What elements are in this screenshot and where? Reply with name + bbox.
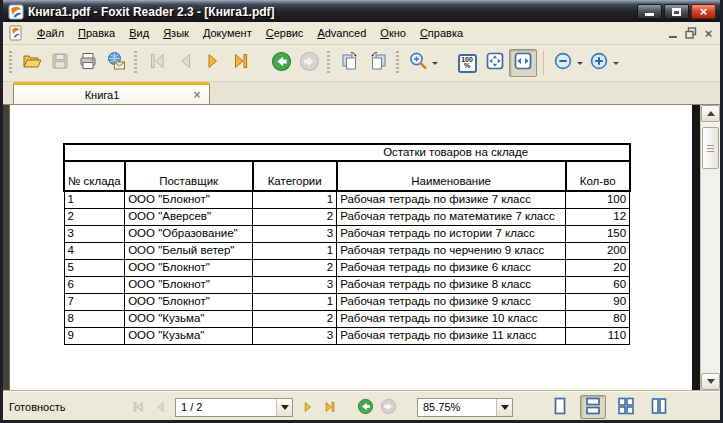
table-cell: Рабочая тетрадь по физике 11 класс — [337, 327, 566, 344]
table-cell: 5 — [64, 259, 125, 276]
table-cell: Рабочая тетрадь по физике 6 класс — [337, 259, 566, 276]
back-button[interactable] — [357, 398, 374, 417]
print-button[interactable] — [74, 49, 102, 77]
last-page-button[interactable] — [227, 49, 255, 77]
table-cell: 1 — [253, 242, 337, 259]
first-page-icon — [147, 51, 167, 75]
menu-item-language[interactable]: Язык — [156, 24, 196, 42]
tab-kniga1[interactable]: Книга1 × — [13, 82, 210, 104]
layout-continuous-button[interactable] — [580, 395, 606, 419]
page-edge-gap — [692, 105, 700, 390]
layout-facing-button[interactable] — [613, 395, 639, 419]
zoom-dropdown-button[interactable] — [496, 399, 512, 416]
table-row: 1ООО "Блокнот"1Рабочая тетрадь по физике… — [64, 191, 630, 208]
table-cell: ООО "Блокнот" — [125, 259, 253, 276]
first-page-button[interactable] — [143, 49, 171, 77]
first-page-button[interactable] — [127, 397, 149, 417]
zoom-out-button[interactable] — [550, 49, 586, 77]
title-bar: Книга1.pdf - Foxit Reader 2.3 - [Книга1.… — [3, 0, 720, 22]
go-back-button[interactable] — [267, 49, 295, 77]
forward-icon — [299, 51, 320, 76]
scrollbar-track[interactable] — [701, 122, 720, 373]
scroll-up-button[interactable] — [701, 105, 720, 122]
window-title: Книга1.pdf - Foxit Reader 2.3 - [Книга1.… — [28, 5, 635, 19]
open-button[interactable] — [18, 49, 46, 77]
zoom-tool-button[interactable] — [405, 49, 441, 77]
table-row: 8ООО "Кузьма"2Рабочая тетрадь по физике … — [64, 310, 630, 327]
menu-item-view[interactable]: Вид — [122, 24, 156, 42]
page-number-field[interactable]: 1 / 2 — [175, 398, 293, 417]
email-icon — [106, 51, 126, 75]
page-number-value[interactable]: 1 / 2 — [176, 401, 276, 413]
table-cell: 1 — [253, 293, 337, 310]
close-button[interactable]: × — [691, 4, 716, 19]
minimize-button[interactable] — [637, 4, 662, 19]
zoom-in-button[interactable] — [586, 49, 622, 77]
rotate-counterclockwise-button[interactable] — [364, 49, 392, 77]
rotate-cw-icon — [340, 51, 360, 75]
menu-item-file[interactable]: Файл — [30, 24, 71, 42]
zoom-level-value[interactable]: 85.75% — [418, 401, 496, 413]
column-header: Наименование — [337, 161, 566, 191]
fit-page-button[interactable] — [481, 49, 509, 77]
table-title: Остатки товаров на складе — [64, 144, 630, 161]
zoom-in-icon — [589, 51, 609, 75]
magnifier-icon — [408, 51, 428, 75]
column-header: Категории — [253, 161, 337, 191]
stock-table: Остатки товаров на складе № складаПостав… — [63, 143, 631, 345]
table-cell: Рабочая тетрадь по физике 10 класс — [337, 310, 566, 327]
save-button[interactable] — [46, 49, 74, 77]
fit-width-button[interactable] — [509, 49, 537, 77]
dropdown-arrow-icon[interactable] — [613, 62, 619, 68]
scrollbar-thumb[interactable] — [702, 127, 719, 169]
email-button[interactable] — [102, 49, 130, 77]
column-header: Поставщик — [125, 161, 253, 191]
page-dropdown-button[interactable] — [276, 399, 292, 416]
layout-single-page-button[interactable] — [547, 395, 573, 419]
mdi-restore-button[interactable] — [682, 26, 699, 41]
vertical-scrollbar[interactable] — [700, 105, 720, 390]
tab-label: Книга1 — [14, 89, 190, 101]
menu-item-window[interactable]: Окно — [373, 24, 413, 42]
toolbar-group — [267, 49, 323, 77]
table-cell: Рабочая тетрадь по физике 7 класс — [337, 191, 566, 208]
last-page-button[interactable] — [319, 397, 341, 417]
next-page-button[interactable] — [199, 49, 227, 77]
navigation-panel-collapsed[interactable] — [3, 105, 10, 390]
scroll-down-button[interactable] — [701, 373, 720, 390]
table-cell: 100 — [566, 191, 630, 208]
menu-item-tools[interactable]: Сервис — [259, 24, 311, 42]
toolbar-group — [336, 49, 392, 77]
menu-item-help[interactable]: Справка — [413, 24, 470, 42]
tab-close-icon[interactable]: × — [190, 88, 204, 102]
forward-button[interactable] — [380, 398, 397, 417]
status-text: Готовность — [9, 401, 109, 413]
dropdown-arrow-icon[interactable] — [577, 62, 583, 68]
dropdown-arrow-icon[interactable] — [432, 62, 438, 68]
toolbar-gripper — [327, 51, 330, 75]
rotate-clockwise-button[interactable] — [336, 49, 364, 77]
prev-page-button[interactable] — [149, 397, 171, 417]
table-cell: 6 — [64, 276, 125, 293]
actual-size-icon: 100% — [458, 54, 477, 73]
mdi-close-button[interactable]: × — [700, 26, 717, 41]
actual-size-button[interactable]: 100% — [453, 49, 481, 77]
mdi-minimize-button[interactable] — [664, 26, 681, 41]
menu-item-advanced[interactable]: Advanced — [310, 24, 373, 42]
next-page-button[interactable] — [297, 397, 319, 417]
prev-page-button[interactable] — [171, 49, 199, 77]
rotate-ccw-icon — [368, 51, 388, 75]
maximize-button[interactable] — [664, 4, 689, 19]
pdf-page: Остатки товаров на складе № складаПостав… — [10, 105, 692, 390]
menu-item-edit[interactable]: Правка — [71, 24, 122, 42]
zoom-level-field[interactable]: 85.75% — [417, 398, 513, 417]
go-forward-button[interactable] — [295, 49, 323, 77]
layout-continuous-facing-button[interactable] — [646, 395, 672, 419]
table-cell: ООО "Кузьма" — [125, 327, 253, 344]
table-cell: 12 — [566, 208, 630, 225]
status-bar: Готовность 1 / 2 85.75% — [3, 390, 720, 423]
table-cell: Рабочая тетрадь по физике 9 класс — [337, 293, 566, 310]
column-header: № склада — [64, 161, 125, 191]
menu-item-document[interactable]: Документ — [196, 24, 259, 42]
table-cell: 3 — [253, 276, 337, 293]
